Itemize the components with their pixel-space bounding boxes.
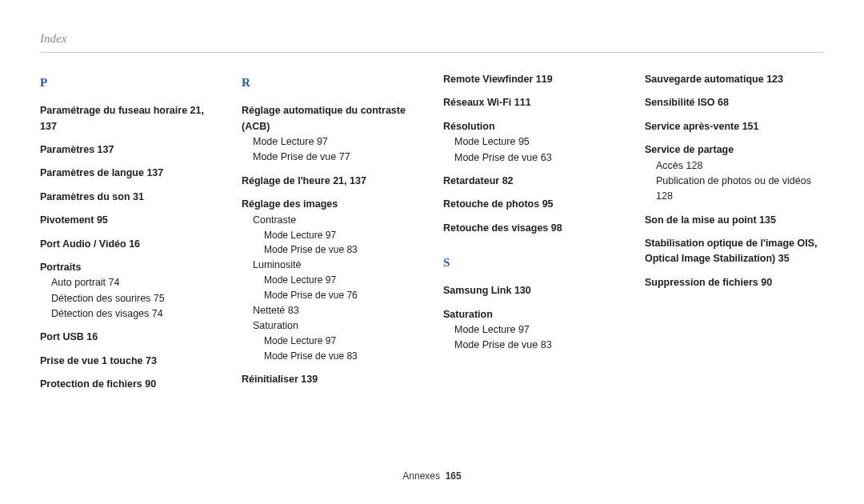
entry: Samsung Link 130	[443, 283, 622, 298]
column-s: Sauvegarde automatique 123 Sensibilité I…	[645, 72, 824, 401]
entry-title: Port USB	[40, 331, 84, 342]
subentry: Mode Prise de vue 63	[454, 150, 622, 166]
entry-title: Retouche des visages	[443, 222, 548, 234]
entry: Paramètres de langue 137	[40, 166, 219, 181]
entry: Service de partage Accès 128 Publication…	[645, 142, 824, 205]
footer: Annexes 165	[0, 470, 864, 482]
subentry: Détection des sourires 75	[51, 291, 219, 306]
entry: Paramètres 137	[40, 142, 219, 158]
subentry: Publication de photos ou de vidéos 128	[656, 174, 824, 205]
subsubentry: Mode Prise de vue 76	[264, 288, 421, 303]
entry-title: Paramétrage du fuseau horaire	[40, 105, 187, 116]
entry-title: Pivotement	[40, 214, 94, 226]
subentry: Auto portrait 74	[51, 275, 219, 290]
entry-pages: 111	[514, 97, 531, 108]
entry-title: Réglage des images	[242, 197, 421, 212]
entry-pages: 95	[542, 198, 554, 210]
entry: Retouche de photos 95	[443, 197, 622, 212]
entry-pages: 31	[133, 191, 144, 202]
entry: Portraits Auto portrait 74 Détection des…	[40, 260, 219, 322]
entry: Retardateur 82	[443, 174, 622, 189]
entry-title: Suppression de fichiers	[645, 277, 758, 288]
entry: Réseaux Wi-Fi 111	[443, 95, 622, 110]
entry-title: Prise de vue 1 touche	[40, 355, 143, 366]
entry-title: Protection de fichiers	[40, 378, 142, 390]
subsubentry: Mode Lecture 97	[264, 273, 421, 288]
entry-title: Portraits	[40, 260, 219, 275]
entry: Réglage de l'heure 21, 137	[242, 174, 421, 189]
divider	[40, 52, 824, 53]
subentry: Mode Prise de vue 77	[253, 150, 421, 165]
entry: Port USB 16	[40, 330, 219, 345]
entry: Réglage automatique du contraste (ACB) M…	[242, 103, 421, 166]
entry: Résolution Mode Lecture 95 Mode Prise de…	[443, 119, 622, 166]
entry: Port Audio / Vidéo 16	[40, 237, 219, 252]
entry-title: Réinitialiser	[242, 374, 298, 385]
entry-title: Paramètres	[40, 144, 94, 155]
entry-pages: 68	[718, 97, 729, 108]
letter-p: P	[40, 74, 219, 92]
entry-pages: 137	[98, 144, 114, 155]
subentry: Mode Lecture 97	[253, 134, 421, 150]
entry-title: Réseaux Wi-Fi	[443, 97, 511, 108]
entry-pages: 135	[759, 214, 776, 226]
entry: Son de la mise au point 135	[645, 213, 824, 228]
entry-pages: 151	[742, 121, 759, 132]
subentry: Luminosité	[253, 258, 421, 273]
entry-pages: 95	[97, 214, 108, 226]
entry-title: Service après-vente	[645, 121, 739, 132]
entry-pages: 90	[761, 277, 772, 288]
entry: Sauvegarde automatique 123	[645, 72, 824, 87]
entry-title: Réglage de l'heure	[242, 175, 330, 186]
subentry: Mode Prise de vue 83	[454, 338, 622, 353]
entry-title: Remote Viewfinder	[443, 74, 533, 85]
entry-title: Stabilisation optique de l'image OIS, Op…	[645, 238, 818, 264]
entry-title: Saturation	[443, 307, 622, 322]
entry: Stabilisation optique de l'image OIS, Op…	[645, 236, 824, 267]
entry-pages: 119	[536, 74, 553, 85]
entry-pages: 16	[86, 331, 98, 342]
entry-title: Paramètres de langue	[40, 167, 144, 178]
entry-title: Sauvegarde automatique	[645, 74, 764, 85]
entry-pages: 21, 137	[333, 175, 366, 186]
subentry: Mode Lecture 95	[454, 134, 622, 150]
letter-s: S	[443, 254, 622, 272]
entry-title: Port Audio / Vidéo	[40, 238, 126, 250]
entry: Sensibilité ISO 68	[645, 95, 824, 110]
entry-title: Retardateur	[443, 175, 499, 186]
entry-pages: 98	[551, 222, 562, 234]
subentry: Accès 128	[656, 158, 824, 174]
entry: Suppression de fichiers 90	[645, 275, 824, 290]
entry: Retouche des visages 98	[443, 221, 622, 236]
entry-pages: 16	[129, 238, 140, 250]
entry-title: Sensibilité ISO	[645, 97, 715, 108]
entry-pages: 123	[766, 74, 783, 85]
column-r: R Réglage automatique du contraste (ACB)…	[242, 72, 421, 401]
entry-pages: 90	[145, 378, 156, 390]
entry-pages: 35	[778, 253, 790, 264]
header-section: Index	[40, 32, 824, 46]
subsubentry: Mode Lecture 97	[264, 228, 421, 243]
entry: Paramétrage du fuseau horaire 21, 137	[40, 103, 219, 134]
index-columns: P Paramétrage du fuseau horaire 21, 137 …	[40, 72, 824, 401]
column-p: P Paramétrage du fuseau horaire 21, 137 …	[40, 72, 219, 401]
entry-title: Service de partage	[645, 142, 824, 158]
entry: Réglage des images Contraste Mode Lectur…	[242, 197, 421, 363]
entry-title: Samsung Link	[443, 285, 511, 296]
entry: Prise de vue 1 touche 73	[40, 354, 219, 369]
entry-pages: 82	[502, 175, 514, 186]
subentry: Saturation	[253, 318, 421, 334]
entry: Service après-vente 151	[645, 119, 824, 134]
footer-page: 165	[446, 470, 462, 482]
entry: Réinitialiser 139	[242, 372, 421, 387]
entry-title: Résolution	[443, 119, 622, 134]
subentry: Contraste	[253, 213, 421, 228]
subentry: Mode Lecture 97	[454, 322, 622, 338]
subsubentry: Mode Lecture 97	[264, 334, 421, 349]
subsubentry: Mode Prise de vue 83	[264, 242, 421, 258]
entry: Paramètres du son 31	[40, 190, 219, 205]
entry: Protection de fichiers 90	[40, 377, 219, 392]
subentry: Netteté 83	[253, 303, 421, 318]
footer-label: Annexes	[402, 470, 440, 482]
entry-pages: 137	[146, 167, 163, 178]
